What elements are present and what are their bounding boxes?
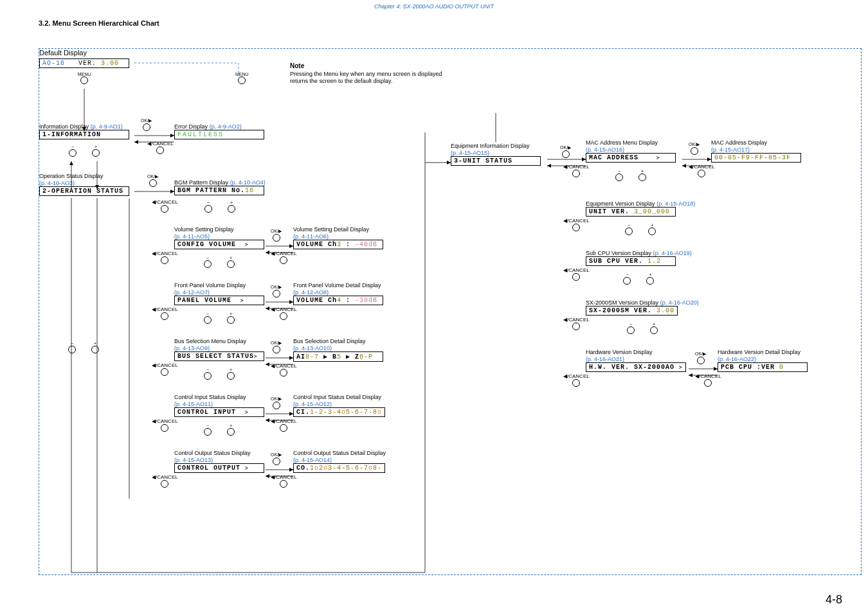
- svg-marker-7: [134, 140, 138, 144]
- cancel-button[interactable]: ◀/CANCEL: [152, 418, 178, 433]
- sub-cpu-title: Sub CPU Version Display: [586, 250, 651, 256]
- bus-detail-lcd: AI8-7 ▶ B5 ▶ Z6-P: [293, 351, 383, 362]
- cancel-button[interactable]: ◀/CANCEL: [152, 362, 178, 377]
- cin-lcd: CONTROL INPUT ≻: [174, 407, 264, 417]
- cin-detail-lcd: CI.1-2-3-4o5-6-7-8o: [293, 407, 385, 417]
- note-box: Note Pressing the Menu key when any menu…: [290, 62, 444, 85]
- vol-detail-lcd: VOLUME Ch3 : -40dB: [293, 240, 383, 249]
- mac-menu-title: MAC Address Menu Display: [586, 139, 658, 146]
- minus-button[interactable]: −: [202, 256, 213, 269]
- mac-detail-title: MAC Address Display: [711, 139, 767, 146]
- minus-button[interactable]: −: [66, 341, 78, 355]
- default-lcd: AO-16 VER. 3.00: [39, 58, 129, 68]
- cancel-button[interactable]: ◀/CANCEL: [271, 306, 297, 321]
- error-lcd: FAULTLESS: [174, 130, 264, 139]
- minus-button[interactable]: −: [621, 272, 633, 286]
- plus-button[interactable]: +: [89, 341, 101, 355]
- page-number: 4-8: [826, 593, 842, 607]
- vol-lcd: CONFIG VOLUME ≻: [174, 240, 264, 249]
- cancel-button[interactable]: ◀/CANCEL: [563, 373, 590, 388]
- menu-button-2[interactable]: MENU: [235, 72, 249, 85]
- unit-ver-lcd: UNIT VER. 3_00_000: [586, 207, 676, 217]
- svg-marker-28: [266, 306, 269, 310]
- cout-detail-title: Control Output Status Detail Display: [293, 450, 386, 456]
- cancel-button[interactable]: ◀/CANCEL: [563, 164, 590, 179]
- op-status-title: Operation Status Display: [39, 173, 104, 179]
- ok-button[interactable]: OK/▶: [689, 142, 700, 156]
- plus-button[interactable]: +: [646, 223, 658, 236]
- hw-ref: (p. 4-16-AO21): [586, 356, 624, 362]
- hw-detail-title: Hardware Version Detail Display: [718, 349, 800, 355]
- sub-cpu-lcd: SUB CPU VER. 1.2: [586, 256, 676, 266]
- unit-ver-title: Equipment Version Display: [586, 200, 655, 207]
- sx-ref: (p. 4-16-AO20): [660, 299, 699, 306]
- plus-button[interactable]: +: [644, 272, 656, 286]
- svg-marker-52: [689, 373, 692, 377]
- cancel-button[interactable]: ◀/CANCEL: [689, 164, 715, 179]
- bus-ref: (p. 4-13-AO9): [174, 345, 210, 351]
- cancel-button[interactable]: ◀/CANCEL: [695, 373, 721, 388]
- ok-button[interactable]: OK/▶: [271, 452, 282, 466]
- cancel-button[interactable]: ◀/CANCEL: [271, 418, 297, 433]
- plus-button[interactable]: +: [90, 145, 102, 158]
- chapter-header: Chapter 4: SX-2000AO AUDIO OUTPUT UNIT: [0, 3, 868, 10]
- cout-ref: (p. 4-15-AO13): [174, 457, 213, 463]
- info-lcd: 1-INFORMATION: [39, 130, 129, 139]
- mac-menu-ref: (p. 4-15-AO16): [586, 147, 624, 153]
- bgm-title: BGM Pattern Display: [174, 179, 228, 186]
- ok-button[interactable]: OK/▶: [141, 118, 152, 132]
- cout-detail-lcd: CO.1o2o3-4-5-6-7o8-: [293, 463, 385, 473]
- hw-detail-lcd: PCB CPU :VER 0: [718, 362, 808, 372]
- plus-button[interactable]: +: [648, 322, 660, 335]
- cancel-button[interactable]: ◀/CANCEL: [271, 474, 297, 489]
- ok-button[interactable]: OK/▶: [271, 396, 282, 411]
- plus-button[interactable]: +: [225, 368, 237, 381]
- ok-button[interactable]: OK/▶: [147, 174, 158, 188]
- panel-vol-detail-lcd: VOLUME Ch4 : -30dB: [293, 296, 383, 305]
- ok-button[interactable]: OK/▶: [695, 351, 706, 366]
- error-display-title: Error Display: [174, 123, 208, 130]
- info-display-ref: (p. 4-9-AO1): [91, 123, 123, 130]
- cancel-button[interactable]: ◀/CANCEL: [152, 251, 178, 265]
- svg-marker-10: [69, 161, 73, 165]
- vol-ref: (p. 4-11-AO5): [174, 233, 210, 240]
- cancel-button[interactable]: ◀/CANCEL: [563, 317, 590, 332]
- minus-button[interactable]: −: [67, 145, 78, 158]
- mac-detail-lcd: 00-05-F9-FF-85-3F: [711, 153, 801, 163]
- cancel-button[interactable]: ◀/CANCEL: [152, 474, 178, 489]
- minus-button[interactable]: −: [202, 312, 213, 325]
- equip-lcd: 3-UNIT STATUS: [451, 156, 541, 166]
- plus-button[interactable]: +: [225, 312, 237, 325]
- minus-button[interactable]: −: [613, 169, 625, 182]
- equip-ref: (p. 4-15-AO15): [451, 150, 489, 156]
- minus-button[interactable]: −: [202, 368, 213, 381]
- cin-ref: (p. 4-15-AO11): [174, 401, 213, 407]
- error-display-ref: (p. 4-9-AO2): [210, 123, 242, 130]
- mac-detail-ref: (p. 4-15-AO17): [711, 147, 750, 153]
- minus-button[interactable]: −: [203, 200, 214, 214]
- cancel-button[interactable]: ◀/CANCEL: [147, 141, 174, 155]
- bus-detail-title: Bus Selection Detail Display: [293, 338, 366, 344]
- cancel-button[interactable]: ◀/CANCEL: [152, 306, 178, 321]
- op-status-ref: (p. 4-10-AO3): [39, 180, 75, 186]
- cancel-button[interactable]: ◀/CANCEL: [271, 363, 297, 378]
- cout-title: Control Output Status Display: [174, 450, 251, 456]
- plus-button[interactable]: +: [225, 423, 237, 437]
- ok-button[interactable]: OK/▶: [271, 229, 282, 243]
- ok-button[interactable]: OK/▶: [560, 145, 571, 159]
- plus-button[interactable]: +: [225, 256, 237, 269]
- sub-cpu-ref: (p. 4-16-AO19): [653, 250, 692, 256]
- ok-button[interactable]: OK/▶: [271, 341, 282, 355]
- minus-button[interactable]: −: [623, 223, 635, 236]
- op-status-lcd: 2-OPERATION STATUS: [39, 186, 129, 196]
- minus-button[interactable]: −: [625, 322, 637, 335]
- minus-button[interactable]: −: [202, 423, 213, 437]
- cancel-button[interactable]: ◀/CANCEL: [563, 218, 590, 233]
- ok-button[interactable]: OK/▶: [271, 285, 282, 299]
- cout-lcd: CONTROL OUTPUT ≻: [174, 463, 264, 473]
- plus-button[interactable]: +: [637, 169, 648, 182]
- plus-button[interactable]: +: [226, 200, 237, 214]
- cancel-button[interactable]: ◀/CANCEL: [271, 251, 297, 265]
- cancel-button[interactable]: ◀/CANCEL: [563, 267, 590, 282]
- menu-button[interactable]: MENU: [78, 72, 91, 85]
